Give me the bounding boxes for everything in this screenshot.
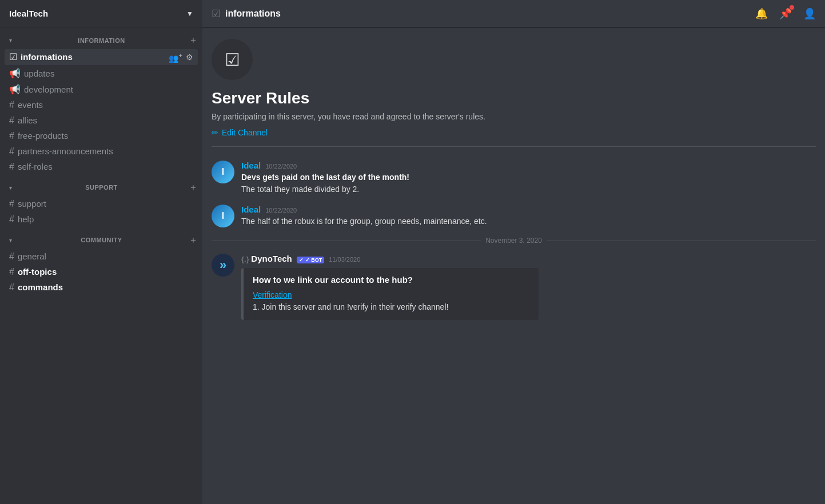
channel-self-roles-label: self-roles xyxy=(18,162,193,171)
member-icon[interactable]: 👤 xyxy=(803,7,816,20)
category-community-label: COMMUNITY xyxy=(81,237,122,243)
channel-info-header: ☑ Server Rules By participating in this … xyxy=(212,39,816,147)
server-header[interactable]: IdealTech ▼ xyxy=(0,0,202,27)
hash-icon: # xyxy=(9,146,14,157)
chat-area: ☑ Server Rules By participating in this … xyxy=(202,27,825,504)
message-author-bot[interactable]: {.} DynoTech xyxy=(241,254,292,263)
avatar-ideal-1: I xyxy=(212,161,234,183)
embed-body: Verification 1. Join this server and run… xyxy=(253,289,529,313)
message-content-1: Ideal 10/22/2020 Devs gets paid on the l… xyxy=(241,161,816,195)
settings-icon[interactable]: ⚙ xyxy=(186,53,193,62)
channel-partners-announcements[interactable]: # partners-announcements xyxy=(5,144,198,159)
channel-development[interactable]: 📢 development xyxy=(5,82,198,97)
channel-allies-label: allies xyxy=(18,115,193,125)
category-information-header[interactable]: ▾ INFORMATION ＋ xyxy=(0,32,202,49)
divider-line-right xyxy=(547,241,816,241)
pin-icon[interactable]: 📌 xyxy=(779,7,792,20)
embed-title: How to we link our account to the hub? xyxy=(253,275,529,285)
channel-support[interactable]: # support xyxy=(5,197,198,211)
sidebar: IdealTech ▼ ▾ INFORMATION ＋ ☑ informatio… xyxy=(0,0,202,504)
chevron-icon: ▾ xyxy=(9,185,12,191)
hash-icon: # xyxy=(9,214,14,225)
channel-events[interactable]: # events xyxy=(5,98,198,113)
channel-big-title: Server Rules xyxy=(212,89,309,107)
channel-off-topics[interactable]: # off-topics xyxy=(5,265,198,279)
channel-general[interactable]: # general xyxy=(5,249,198,264)
server-name: IdealTech xyxy=(9,9,48,18)
message-content-2: Ideal 10/22/2020 The half of the robux i… xyxy=(241,205,816,227)
message-normal-1: The total they made divided by 2. xyxy=(241,185,359,194)
embed-link[interactable]: Verification xyxy=(253,290,292,299)
message-header-2: Ideal 10/22/2020 xyxy=(241,205,816,214)
dyno-icon: » xyxy=(220,258,226,273)
channel-big-icon: ☑ xyxy=(225,50,240,70)
channel-informations[interactable]: ☑ informations 👥+ ⚙ xyxy=(5,49,198,65)
message-text-1: Devs gets paid on the last day of the mo… xyxy=(241,171,816,195)
hash-icon: # xyxy=(9,115,14,126)
channel-commands[interactable]: # commands xyxy=(5,280,198,295)
channel-support-label: support xyxy=(18,199,193,209)
date-divider: November 3, 2020 xyxy=(212,237,816,245)
channel-avatar-big: ☑ xyxy=(212,39,253,80)
announce-dev-icon: 📢 xyxy=(9,84,21,95)
channel-events-label: events xyxy=(18,100,193,110)
message-bold-1: Devs gets paid on the last day of the mo… xyxy=(241,173,409,182)
category-information-label: INFORMATION xyxy=(78,37,125,44)
add-community-channel-icon[interactable]: ＋ xyxy=(189,234,198,246)
embed: How to we link our account to the hub? V… xyxy=(241,268,539,320)
announce-icon: 📢 xyxy=(9,68,21,79)
message-group-1: I Ideal 10/22/2020 Devs gets paid on the… xyxy=(212,161,816,195)
avatar-ideal-2: I xyxy=(212,205,234,227)
add-support-channel-icon[interactable]: ＋ xyxy=(189,182,198,194)
channel-big-desc: By participating in this server, you hav… xyxy=(212,112,485,121)
message-header-bot: {.} DynoTech ✓ ✓ BOT 11/03/2020 xyxy=(241,254,816,263)
hash-icon: # xyxy=(9,251,14,262)
message-author-2[interactable]: Ideal xyxy=(241,205,261,214)
pencil-icon: ✏ xyxy=(212,128,218,137)
category-support-label: SUPPORT xyxy=(85,184,118,191)
channel-general-label: general xyxy=(18,251,193,261)
edit-channel-label: Edit Channel xyxy=(222,128,268,137)
channel-allies[interactable]: # allies xyxy=(5,113,198,128)
chevron-down-icon: ▾ xyxy=(9,37,12,43)
chevron-icon: ▾ xyxy=(9,237,12,243)
message-content-bot: {.} DynoTech ✓ ✓ BOT 11/03/2020 How to w… xyxy=(241,254,816,320)
channel-help-label: help xyxy=(18,214,193,224)
topbar: ☑ informations 🔔 📌 👤 xyxy=(202,0,825,27)
channel-partners-announcements-label: partners-announcements xyxy=(18,146,193,156)
channel-informations-actions: 👥+ ⚙ xyxy=(169,51,193,63)
add-channel-icon[interactable]: ＋ xyxy=(189,34,198,46)
channel-off-topics-label: off-topics xyxy=(18,267,193,277)
embed-text: 1. Join this server and run !verify in t… xyxy=(253,302,448,311)
message-author-1[interactable]: Ideal xyxy=(241,161,261,170)
channel-free-products[interactable]: # free-products xyxy=(5,129,198,143)
category-support-header[interactable]: ▾ SUPPORT ＋ xyxy=(0,179,202,196)
channel-informations-label: informations xyxy=(21,52,169,62)
topbar-channel-name: informations xyxy=(225,9,281,19)
category-community-header[interactable]: ▾ COMMUNITY ＋ xyxy=(0,232,202,249)
hash-icon: # xyxy=(9,162,14,172)
channel-help[interactable]: # help xyxy=(5,212,198,227)
message-text-2: The half of the robux is for the group, … xyxy=(241,215,816,227)
hash-icon: # xyxy=(9,131,14,141)
hash-icon: # xyxy=(9,267,14,277)
date-divider-text: November 3, 2020 xyxy=(485,237,542,245)
avatar-dyno: » xyxy=(212,254,234,277)
bot-badge-label: ✓ BOT xyxy=(305,257,322,263)
topbar-actions: 🔔 📌 👤 xyxy=(755,7,816,20)
message-normal-2: The half of the robux is for the group, … xyxy=(241,217,487,226)
category-support: ▾ SUPPORT ＋ # support # help xyxy=(0,179,202,227)
bot-badge: ✓ ✓ BOT xyxy=(297,257,325,263)
category-community: ▾ COMMUNITY ＋ # general # off-topics # c… xyxy=(0,232,202,295)
rules-icon: ☑ xyxy=(9,51,17,62)
channel-self-roles[interactable]: # self-roles xyxy=(5,159,198,174)
channel-free-products-label: free-products xyxy=(18,131,193,141)
bell-icon[interactable]: 🔔 xyxy=(755,7,768,20)
category-information: ▾ INFORMATION ＋ ☑ informations 👥+ ⚙ 📢 up… xyxy=(0,32,202,175)
bot-timestamp: 11/03/2020 xyxy=(329,256,360,263)
channel-updates[interactable]: 📢 updates xyxy=(5,66,198,81)
edit-channel-button[interactable]: ✏ Edit Channel xyxy=(212,128,268,137)
add-member-icon[interactable]: 👥+ xyxy=(169,51,182,63)
message-header-1: Ideal 10/22/2020 xyxy=(241,161,816,170)
checkmark-icon: ✓ xyxy=(299,257,304,263)
